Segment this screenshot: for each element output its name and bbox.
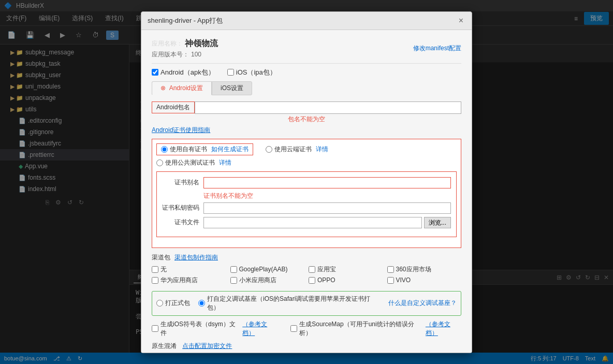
dsym-checkbox-label[interactable]: 生成iOS符号表（dsym）文件 （参考文档） <box>152 320 278 338</box>
ios-checkbox-label[interactable]: iOS（ipa包） <box>227 68 276 77</box>
channel-huawei[interactable]: 华为应用商店 <box>152 276 226 285</box>
modal-titlebar: shenling-driver - App打包 × <box>141 12 472 30</box>
channel-vivo-checkbox[interactable] <box>387 277 394 284</box>
cert-alias-row: 证书别名 <box>162 177 451 188</box>
cert-type-section: 使用自有证书 如何生成证书 使用云端证书 详情 使用公共测试证书 详情 <box>152 139 461 248</box>
channel-none-checkbox[interactable] <box>152 266 158 273</box>
channel-xiaomi[interactable]: 小米应用商店 <box>230 276 305 285</box>
android-error-icon: ⊗ <box>160 84 166 92</box>
cert-alias-error: 证书别名不能为空 <box>203 192 451 200</box>
cert-pwd-row: 证书私钥密码 <box>162 202 451 214</box>
app-info-row: 应用名称： 神领物流 应用版本号： 100 修改manifest配置 <box>152 38 461 59</box>
channel-none[interactable]: 无 <box>152 265 226 274</box>
platform-checkboxes: Android（apk包） iOS（ipa包） <box>152 68 461 77</box>
android-pkg-input[interactable] <box>195 101 461 114</box>
pkg-name-row: Android包名 包名不能为空 <box>152 101 461 124</box>
cert-file-row: 证书文件 浏览... <box>162 217 451 228</box>
channel-googleplay[interactable]: GooglePlay(AAB) <box>230 265 305 274</box>
build-type-row: 打正式包 打自定义调试基座（iOS的Safari调试需要用苹果开发证书打包） 什… <box>152 291 461 316</box>
sourcemap-checkbox[interactable] <box>290 325 297 332</box>
browse-button[interactable]: 浏览... <box>424 217 451 228</box>
app-name-label: 应用名称： <box>152 39 183 48</box>
android-checkbox-label[interactable]: Android（apk包） <box>152 68 215 77</box>
divider-1 <box>152 63 461 64</box>
channel-oppo[interactable]: OPPO <box>309 276 383 285</box>
cert-fields-section: 证书别名 证书别名不能为空 证书私钥密码 证书文件 浏览... <box>156 171 457 237</box>
app-info-left: 应用名称： 神领物流 应用版本号： 100 <box>152 38 218 59</box>
app-package-modal: shenling-driver - App打包 × 应用名称： 神领物流 应用版… <box>141 11 472 353</box>
public-test-cert-radio[interactable] <box>156 159 163 166</box>
cert-alias-input[interactable] <box>203 177 451 188</box>
android-cert-guide-link[interactable]: Android证书使用指南 <box>152 126 210 134</box>
channel-yingyongbao[interactable]: 应用宝 <box>309 265 383 274</box>
android-checkbox[interactable] <box>152 69 158 76</box>
cloud-cert-detail-link[interactable]: 详情 <box>316 145 328 154</box>
own-cert-radio-label[interactable]: 使用自有证书 如何生成证书 <box>156 143 253 155</box>
cert-guide-row: Android证书使用指南 <box>152 126 461 135</box>
manifest-link[interactable]: 修改manifest配置 <box>413 44 461 53</box>
android-pkg-label-box: Android包名 <box>152 101 195 113</box>
cert-pwd-label: 证书私钥密码 <box>162 203 203 212</box>
pkg-name-inner: Android包名 <box>152 101 461 114</box>
channel-grid: 无 GooglePlay(AAB) 应用宝 360应用市场 <box>152 265 461 285</box>
cloud-cert-radio-label[interactable]: 使用云端证书 详情 <box>266 143 328 155</box>
cert-pwd-input[interactable] <box>203 202 451 214</box>
android-pkg-label: Android包名 <box>156 104 190 111</box>
custom-debug-radio[interactable] <box>198 300 205 307</box>
channel-guide-link[interactable]: 渠道包制作指南 <box>174 253 218 262</box>
cert-file-label: 证书文件 <box>162 218 203 227</box>
native-section: 原生混淆 点击配置加密文件 <box>152 342 461 351</box>
channel-yingyongbao-checkbox[interactable] <box>309 266 315 273</box>
public-test-detail-link[interactable]: 详情 <box>219 158 231 167</box>
channel-360-checkbox[interactable] <box>387 266 394 273</box>
native-link[interactable]: 点击配置加密文件 <box>182 342 232 350</box>
custom-debug-link[interactable]: 什么是自定义调试基座？ <box>388 299 457 308</box>
dsym-link[interactable]: （参考文档） <box>242 320 278 338</box>
channel-huawei-checkbox[interactable] <box>152 277 158 284</box>
modal-title: shenling-driver - App打包 <box>148 16 457 25</box>
release-radio-label[interactable]: 打正式包 <box>156 299 190 308</box>
public-test-cert-radio-label[interactable]: 使用公共测试证书 详情 <box>156 158 457 167</box>
channel-xiaomi-checkbox[interactable] <box>230 277 237 284</box>
channel-label-row: 渠道包 渠道包制作指南 <box>152 253 461 262</box>
own-cert-radio[interactable] <box>161 146 168 153</box>
modal-body: 应用名称： 神领物流 应用版本号： 100 修改manifest配置 Andro… <box>141 30 472 353</box>
cert-radio-row1: 使用自有证书 如何生成证书 使用云端证书 详情 <box>156 143 457 155</box>
dsym-checkbox[interactable] <box>152 325 158 332</box>
app-version-row: 应用版本号： 100 <box>152 50 218 59</box>
modal-close-button[interactable]: × <box>457 16 465 25</box>
cert-radio-row2: 使用公共测试证书 详情 <box>156 158 457 167</box>
cert-alias-label: 证书别名 <box>162 178 203 187</box>
how-to-generate-link[interactable]: 如何生成证书 <box>211 145 249 154</box>
release-radio[interactable] <box>156 300 163 307</box>
channel-section: 渠道包 渠道包制作指南 无 GooglePlay(AAB) 应用宝 <box>152 253 461 285</box>
cloud-cert-radio[interactable] <box>266 146 272 153</box>
native-label: 原生混淆 <box>152 342 177 350</box>
sourcemap-checkbox-label[interactable]: 生成SourceMap（可用于uni统计的错误分析） （参考文档） <box>290 320 461 338</box>
ios-settings-tab[interactable]: iOS设置 <box>212 81 252 95</box>
channel-360[interactable]: 360应用市场 <box>387 265 462 274</box>
channel-vivo[interactable]: VIVO <box>387 276 462 285</box>
ios-checkbox[interactable] <box>227 69 234 76</box>
sourcemap-link[interactable]: （参考文档） <box>426 320 461 338</box>
app-version-value: 100 <box>191 51 201 58</box>
options-row: 生成iOS符号表（dsym）文件 （参考文档） 生成SourceMap（可用于u… <box>152 320 461 338</box>
channel-oppo-checkbox[interactable] <box>309 277 315 284</box>
channel-label: 渠道包 <box>152 253 170 262</box>
channel-googleplay-checkbox[interactable] <box>230 266 237 273</box>
settings-tab-buttons: ⊗ Android设置 iOS设置 <box>152 81 461 95</box>
app-version-label: 应用版本号： <box>152 50 189 59</box>
modal-overlay[interactable]: shenling-driver - App打包 × 应用名称： 神领物流 应用版… <box>0 0 613 364</box>
android-settings-tab[interactable]: ⊗ Android设置 <box>152 81 212 95</box>
custom-debug-radio-label[interactable]: 打自定义调试基座（iOS的Safari调试需要用苹果开发证书打包） <box>198 295 380 312</box>
cert-file-input[interactable] <box>203 217 422 228</box>
app-name-row: 应用名称： 神领物流 <box>152 38 218 49</box>
app-name-value: 神领物流 <box>185 38 218 49</box>
pkg-error-msg: 包名不能为空 <box>152 115 461 124</box>
